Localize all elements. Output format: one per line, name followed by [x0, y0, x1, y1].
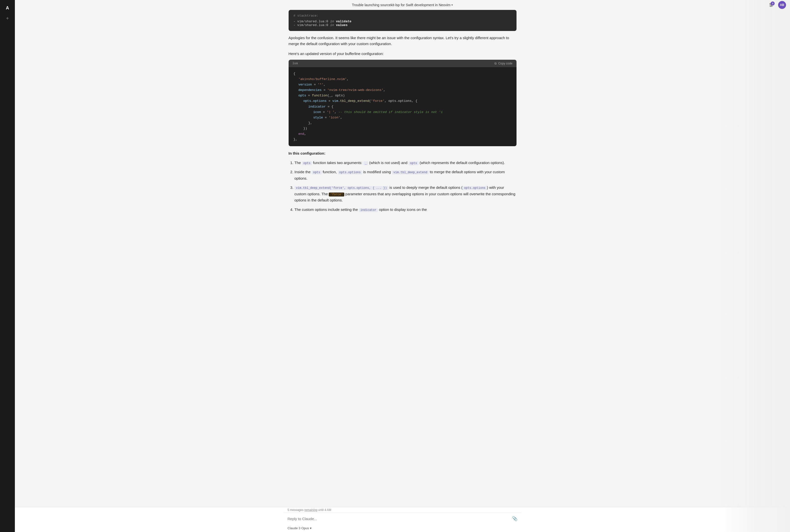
stacktrace-line1: - vim/shared.lua:0 in validate	[293, 20, 512, 23]
stacktrace-block: # stacktrace: - vim/shared.lua:0 in vali…	[289, 10, 517, 31]
list-item: The custom options include setting the i…	[294, 206, 517, 213]
code-opts-options-1: opts.options	[338, 170, 362, 174]
updated-version-label: Here's an updated version of your buffer…	[289, 51, 517, 57]
config-section: In this configuration: The opts function…	[289, 150, 517, 213]
main-area: Trouble launching sourcekit-lsp for Swif…	[15, 0, 790, 532]
copy-code-button[interactable]: ⧉ Copy code	[495, 62, 512, 65]
copy-icon: ⧉	[495, 62, 497, 65]
list-item: The opts function takes two arguments: _…	[294, 159, 517, 166]
code-underscore: _	[363, 161, 368, 165]
code-block-content: { 'akinsho/bufferline.nvim', version = '…	[289, 67, 517, 146]
reply-input[interactable]	[288, 517, 512, 521]
bottom-inner: 5 messages remaining until 4 AM 📎 Claude…	[284, 507, 521, 532]
config-list: The opts function takes two arguments: _…	[289, 159, 517, 213]
until-time: until 4 AM	[318, 508, 331, 512]
title-chevron[interactable]: ▾	[451, 3, 453, 7]
model-selector[interactable]: Claude 3 Opus ▾	[284, 524, 521, 532]
code-block-wrapper: lua ⧉ Copy code { 'akinsho/bufferline.nv…	[289, 60, 517, 146]
title-text: Trouble launching sourcekit-lsp for Swif…	[352, 3, 450, 7]
stacktrace-line2: - vim/shared.lua:0 in values	[293, 23, 512, 27]
new-chat-button[interactable]: +	[4, 15, 11, 22]
code-force: 'force'	[329, 192, 344, 196]
app-logo: A	[3, 4, 12, 12]
stacktrace-label: # stacktrace:	[293, 14, 512, 18]
model-name: Claude 3 Opus	[288, 526, 309, 530]
gradient-overlay	[721, 0, 790, 532]
code-language: lua	[293, 62, 298, 65]
svg-point-5	[770, 6, 771, 7]
model-chevron: ▾	[310, 526, 312, 530]
code-opts-1: opts	[302, 161, 312, 165]
topbar: Trouble launching sourcekit-lsp for Swif…	[15, 0, 790, 10]
messages-remaining: 5 messages remaining until 4 AM	[284, 507, 521, 513]
bottom-wrapper: 5 messages remaining until 4 AM 📎 Claude…	[15, 507, 790, 532]
code-tbl-deep-extend-1: vim.tbl_deep_extend	[392, 170, 429, 174]
list-item: Inside the opts function, opts.options i…	[294, 169, 517, 182]
chat-container: # stacktrace: - vim/shared.lua:0 in vali…	[284, 10, 521, 507]
code-opts-2: opts	[408, 161, 419, 165]
config-section-heading: In this configuration:	[289, 150, 517, 157]
sidebar: A +	[0, 0, 15, 532]
code-opts-3: opts	[312, 170, 322, 174]
apology-message: Apologies for the confusion. It seems li…	[289, 35, 517, 47]
notification-badge: 3	[771, 1, 775, 5]
reply-bar: 📎	[284, 513, 521, 524]
conversation-title: Trouble launching sourcekit-lsp for Swif…	[352, 3, 453, 7]
topbar-actions: 3 AB	[767, 1, 786, 9]
attach-button[interactable]: 📎	[512, 516, 518, 521]
list-item: vim.tbl_deep_extend('force', opts.option…	[294, 184, 517, 204]
code-block-header: lua ⧉ Copy code	[289, 60, 517, 67]
user-avatar[interactable]: AB	[778, 1, 786, 9]
remaining-link[interactable]: remaining	[305, 508, 317, 512]
code-opts-options-2: opts.options	[463, 186, 487, 190]
code-full-extend: vim.tbl_deep_extend('force', opts.option…	[294, 186, 388, 190]
filter-button[interactable]: 3	[767, 1, 775, 9]
copy-label: Copy code	[498, 62, 512, 65]
messages-count: 5 messages	[288, 508, 304, 512]
code-indicator: indicator	[359, 208, 378, 212]
